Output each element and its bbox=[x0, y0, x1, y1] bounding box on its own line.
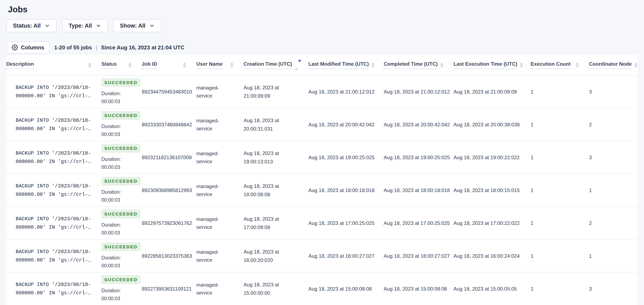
job-id: 892297573923061762 bbox=[142, 207, 196, 239]
columns-button[interactable]: Columns bbox=[6, 42, 50, 54]
coordinator-node: 3 bbox=[589, 272, 638, 305]
last-execution-time: Aug 18, 2023 at 20:00:38:038 bbox=[454, 108, 531, 141]
user-name: managed-service bbox=[196, 207, 244, 239]
column-header-label: Description bbox=[6, 61, 34, 69]
duration-label: Duration: bbox=[102, 254, 142, 262]
sort-icon[interactable] bbox=[230, 63, 234, 68]
filter-dropdown-label: Type: All bbox=[69, 23, 92, 29]
sort-icon[interactable] bbox=[183, 63, 186, 68]
creation-time: Aug 18, 2023 at 21:00:09:09 bbox=[244, 75, 308, 108]
column-header[interactable]: User Name bbox=[196, 55, 244, 75]
job-id: 892333037460848642 bbox=[142, 108, 196, 141]
sort-icon[interactable] bbox=[294, 61, 301, 69]
job-duration: Duration: 00:00:03 bbox=[102, 286, 142, 302]
job-id: 892273953631109121 bbox=[142, 272, 196, 305]
job-id: 892285813023375363 bbox=[142, 239, 196, 272]
duration-value: 00:00:03 bbox=[102, 262, 142, 270]
duration-label: Duration: bbox=[102, 188, 142, 196]
last-execution-time: Aug 18, 2023 at 19:00:22:022 bbox=[454, 141, 531, 174]
coordinator-node: 1 bbox=[589, 239, 638, 272]
last-execution-time: Aug 18, 2023 at 17:00:22:022 bbox=[454, 207, 531, 239]
duration-label: Duration: bbox=[102, 221, 142, 229]
job-description-link[interactable]: BACKUP INTO '/2023/08/18- 000000.00' IN … bbox=[16, 84, 102, 100]
sort-icon[interactable] bbox=[440, 63, 444, 68]
job-description-link[interactable]: BACKUP INTO '/2023/08/18- 000000.00' IN … bbox=[16, 280, 102, 297]
filter-dropdown[interactable]: Show: All bbox=[113, 19, 162, 32]
creation-time: Aug 18, 2023 at 16:00:20:020 bbox=[244, 239, 308, 272]
column-header[interactable]: Last Execution Time (UTC) bbox=[454, 55, 531, 75]
sort-icon[interactable] bbox=[371, 63, 375, 68]
coordinator-node: 2 bbox=[589, 108, 638, 141]
duration-value: 00:00:03 bbox=[102, 196, 142, 204]
column-header-label: Job ID bbox=[142, 61, 157, 69]
job-id: 892309368985812993 bbox=[142, 174, 196, 207]
column-header[interactable]: Creation Time (UTC) bbox=[244, 55, 308, 75]
table-row: BACKUP INTO '/2023/08/18- 000000.00' IN … bbox=[6, 75, 638, 108]
duration-label: Duration: bbox=[102, 90, 142, 98]
execution-count: 1 bbox=[531, 75, 589, 108]
status-badge: SUCCEEDED bbox=[102, 210, 140, 218]
execution-count: 1 bbox=[531, 239, 589, 272]
last-modified-time: Aug 18, 2023 at 18:00:18:018 bbox=[308, 174, 384, 207]
column-header[interactable]: Completed Time (UTC) bbox=[384, 55, 454, 75]
page-title: Jobs bbox=[8, 5, 638, 14]
table-toolbar: Columns 1-20 of 55 jobs | Since Aug 16, … bbox=[6, 42, 638, 54]
completed-time: Aug 18, 2023 at 16:00:27:027 bbox=[384, 239, 454, 272]
gear-icon bbox=[12, 44, 18, 51]
job-description-link[interactable]: BACKUP INTO '/2023/08/18- 000000.00' IN … bbox=[16, 182, 102, 199]
column-header[interactable]: Last Modified Time (UTC) bbox=[308, 55, 384, 75]
user-name: managed-service bbox=[196, 141, 244, 174]
job-duration: Duration: 00:00:03 bbox=[102, 90, 142, 105]
duration-value: 00:00:03 bbox=[102, 229, 142, 237]
last-modified-time: Aug 18, 2023 at 15:00:08:08 bbox=[308, 272, 384, 305]
toolbar-divider: | bbox=[96, 44, 97, 51]
completed-time: Aug 18, 2023 at 18:00:18:018 bbox=[384, 174, 454, 207]
duration-value: 00:00:03 bbox=[102, 130, 142, 138]
completed-time: Aug 18, 2023 at 20:00:42:042 bbox=[384, 108, 454, 141]
since-text: Since Aug 16, 2023 at 21:04 UTC bbox=[101, 44, 184, 51]
column-header-label: Last Modified Time (UTC) bbox=[308, 61, 369, 69]
duration-value: 00:00:03 bbox=[102, 294, 142, 302]
duration-value: 00:00:03 bbox=[102, 163, 142, 171]
job-description-link[interactable]: BACKUP INTO '/2023/08/18- 000000.00' IN … bbox=[16, 149, 102, 166]
last-execution-time: Aug 18, 2023 at 15:00:05:05 bbox=[454, 272, 531, 305]
creation-time: Aug 18, 2023 at 19:00:13:013 bbox=[244, 141, 308, 174]
filter-dropdown[interactable]: Type: All bbox=[62, 19, 108, 32]
column-header-label: Execution Count bbox=[531, 61, 570, 69]
sort-icon[interactable] bbox=[520, 63, 523, 68]
duration-label: Duration: bbox=[102, 122, 142, 130]
column-header[interactable]: Status bbox=[102, 55, 142, 75]
filter-dropdown[interactable]: Status: All bbox=[6, 19, 57, 32]
creation-time: Aug 18, 2023 at 18:00:08:08 bbox=[244, 174, 308, 207]
table-row: BACKUP INTO '/2023/08/18- 000000.00' IN … bbox=[6, 272, 638, 305]
job-duration: Duration: 00:00:03 bbox=[102, 254, 142, 270]
column-header[interactable]: Description bbox=[6, 55, 102, 75]
column-header[interactable]: Job ID bbox=[142, 55, 196, 75]
job-description-link[interactable]: BACKUP INTO '/2023/08/18- 000000.00' IN … bbox=[16, 215, 102, 232]
user-name: managed-service bbox=[196, 272, 244, 305]
sort-icon[interactable] bbox=[128, 63, 132, 68]
sort-icon[interactable] bbox=[88, 63, 91, 68]
execution-count: 1 bbox=[531, 174, 589, 207]
job-id: 892321182136107009 bbox=[142, 141, 196, 174]
status-badge: SUCCEEDED bbox=[102, 275, 140, 284]
last-modified-time: Aug 18, 2023 at 17:00:25:025 bbox=[308, 207, 384, 239]
completed-time: Aug 18, 2023 at 19:00:25:025 bbox=[384, 141, 454, 174]
sort-icon[interactable] bbox=[576, 63, 579, 68]
column-header[interactable]: Coordinator Node bbox=[589, 55, 638, 75]
last-modified-time: Aug 18, 2023 at 19:00:25:025 bbox=[308, 141, 384, 174]
sort-icon[interactable] bbox=[634, 63, 638, 68]
completed-time: Aug 18, 2023 at 21:00:12:012 bbox=[384, 75, 454, 108]
job-description-link[interactable]: BACKUP INTO '/2023/08/18- 000000.00' IN … bbox=[16, 116, 102, 133]
table-row: BACKUP INTO '/2023/08/18- 000000.00' IN … bbox=[6, 239, 638, 272]
filter-dropdown-label: Show: All bbox=[120, 23, 146, 29]
job-description-link[interactable]: BACKUP INTO '/2023/08/18- 000000.00' IN … bbox=[16, 248, 102, 264]
column-header[interactable]: Execution Count bbox=[531, 55, 589, 75]
column-header-label: Last Execution Time (UTC) bbox=[454, 61, 517, 69]
job-id: 892344759453483010 bbox=[142, 75, 196, 108]
last-execution-time: Aug 18, 2023 at 21:00:09:09 bbox=[454, 75, 531, 108]
filter-bar: Status: All Type: All Show: All bbox=[6, 19, 638, 32]
creation-time: Aug 18, 2023 at 15:00:00:00 bbox=[244, 272, 308, 305]
completed-time: Aug 18, 2023 at 17:00:25:025 bbox=[384, 207, 454, 239]
columns-button-label: Columns bbox=[21, 44, 44, 51]
